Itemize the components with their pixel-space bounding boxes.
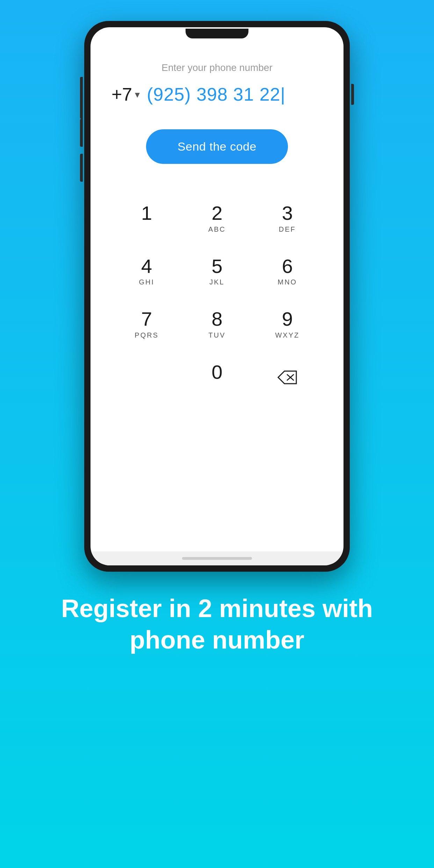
bottom-tagline: Register in 2 minutes with phone number xyxy=(33,593,401,656)
power-button xyxy=(351,84,354,105)
backspace-key[interactable] xyxy=(252,351,323,404)
tagline-text: Register in 2 minutes with phone number xyxy=(61,593,373,656)
dial-key-3[interactable]: 3DEF xyxy=(252,192,323,245)
dial-key-1[interactable]: 1 xyxy=(111,192,182,245)
dial-digit: 4 xyxy=(141,255,152,277)
dial-digit: 2 xyxy=(211,202,222,224)
dial-letters: JKL xyxy=(209,278,224,287)
send-button-container: Send the code xyxy=(111,129,323,164)
dial-key-7[interactable]: 7PQRS xyxy=(111,298,182,351)
country-code-arrow: ▾ xyxy=(135,89,140,100)
dial-key-9[interactable]: 9WXYZ xyxy=(252,298,323,351)
dial-key-8[interactable]: 8TUV xyxy=(182,298,252,351)
dial-digit: 9 xyxy=(282,308,293,330)
dialpad: 12ABC3DEF4GHI5JKL6MNO7PQRS8TUV9WXYZ0 xyxy=(111,192,323,404)
vol-button-left1 xyxy=(80,77,83,112)
home-bar-area xyxy=(91,551,343,565)
dial-key-0[interactable]: 0 xyxy=(182,351,252,404)
dial-letters: ABC xyxy=(208,225,226,234)
empty-key xyxy=(111,351,182,404)
phone-wrapper: Enter your phone number +7 ▾ (925) 398 3… xyxy=(84,21,350,572)
dial-letters: TUV xyxy=(208,331,225,340)
dial-digit: 7 xyxy=(141,308,152,330)
dial-letters: MNO xyxy=(277,278,297,287)
phone-frame: Enter your phone number +7 ▾ (925) 398 3… xyxy=(84,21,350,572)
phone-input-label: Enter your phone number xyxy=(111,62,323,73)
dial-key-4[interactable]: 4GHI xyxy=(111,245,182,298)
dial-letters: DEF xyxy=(279,225,296,234)
country-code-value: +7 xyxy=(111,84,132,105)
screen-content: Enter your phone number +7 ▾ (925) 398 3… xyxy=(91,27,343,551)
country-code-selector[interactable]: +7 ▾ xyxy=(111,84,140,105)
dial-letters: GHI xyxy=(139,278,154,287)
dial-digit: 8 xyxy=(211,308,222,330)
vol-button-left2 xyxy=(80,119,83,147)
dial-key-2[interactable]: 2ABC xyxy=(182,192,252,245)
phone-screen: Enter your phone number +7 ▾ (925) 398 3… xyxy=(91,27,343,565)
dial-digit: 0 xyxy=(211,361,222,383)
backspace-icon xyxy=(277,370,298,385)
dial-digit: 6 xyxy=(282,255,293,277)
dial-key-5[interactable]: 5JKL xyxy=(182,245,252,298)
dial-key-6[interactable]: 6MNO xyxy=(252,245,323,298)
dial-letters: WXYZ xyxy=(275,331,299,340)
dial-digit: 3 xyxy=(282,202,293,224)
dial-letters: PQRS xyxy=(135,331,159,340)
phone-input-row: +7 ▾ (925) 398 31 22| xyxy=(111,80,323,108)
dial-digit: 5 xyxy=(211,255,222,277)
home-indicator xyxy=(182,557,252,560)
vol-button-left3 xyxy=(80,154,83,182)
dial-digit: 1 xyxy=(141,202,152,224)
phone-number-display[interactable]: (925) 398 31 22| xyxy=(147,84,285,105)
send-code-button[interactable]: Send the code xyxy=(146,129,288,164)
